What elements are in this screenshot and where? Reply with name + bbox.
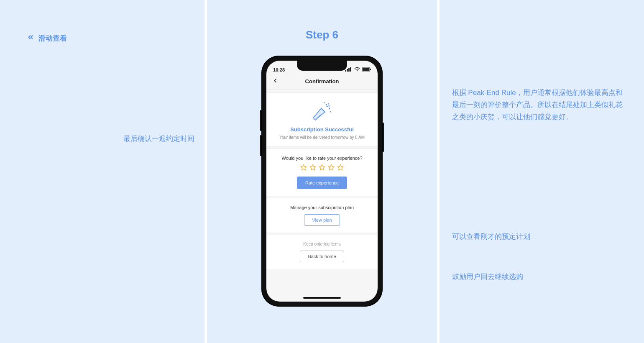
status-time: 10:28	[273, 67, 285, 72]
success-subtitle: Your items will be delivered tomorrow by…	[279, 135, 365, 140]
app-topbar: Confirmation	[266, 73, 378, 90]
phone-frame: 10:28	[261, 56, 383, 307]
keep-ordering-card: Keep ordering items Back to home	[266, 235, 378, 269]
rate-card: Would you like to rate your experience? …	[266, 148, 378, 196]
back-button[interactable]	[272, 78, 278, 85]
keep-ordering-label: Keep ordering items	[303, 242, 341, 246]
svg-rect-0	[345, 70, 346, 72]
svg-rect-13	[330, 111, 331, 113]
wifi-icon	[354, 67, 360, 72]
svg-marker-18	[337, 164, 343, 170]
left-panel: 滑动查看 最后确认一遍约定时间	[0, 0, 204, 343]
screen-title: Confirmation	[305, 78, 339, 84]
home-indicator	[303, 297, 341, 299]
svg-rect-6	[363, 68, 369, 71]
status-indicators	[345, 67, 371, 72]
battery-icon	[362, 67, 371, 72]
chevrons-left-icon	[27, 33, 34, 43]
svg-rect-3	[350, 67, 351, 72]
manage-card: Manage your subsciprition plan View plan	[266, 198, 378, 233]
center-panel: Step 6 10:28	[207, 0, 437, 343]
svg-rect-12	[327, 103, 329, 105]
annotation-back-home: 鼓励用户回去继续选购	[452, 271, 523, 283]
manage-title: Manage your subsciprition plan	[290, 205, 354, 210]
svg-marker-14	[301, 164, 306, 170]
svg-rect-7	[370, 69, 371, 70]
phone-screen: 10:28	[266, 61, 378, 302]
svg-rect-1	[347, 69, 348, 72]
rate-experience-button[interactable]: Rate experience	[297, 177, 347, 189]
svg-point-11	[324, 102, 325, 103]
right-panel: 根据 Peak-End Rule，用户通常根据他们体验最高点和最后一刻的评价整个…	[440, 0, 644, 343]
svg-point-9	[326, 104, 327, 106]
svg-point-4	[357, 70, 358, 71]
rating-stars[interactable]	[300, 164, 344, 171]
swipe-hint: 滑动查看	[27, 33, 192, 43]
back-to-home-button[interactable]: Back to home	[300, 251, 344, 262]
rate-question: Would you like to rate your experience?	[282, 156, 363, 161]
signal-icon	[345, 67, 353, 72]
confetti-icon	[310, 100, 334, 123]
annotation-peak-end: 根据 Peak-End Rule，用户通常根据他们体验最高点和最后一刻的评价整个…	[452, 87, 628, 123]
annotation-left-delivery: 最后确认一遍约定时间	[123, 133, 194, 145]
svg-marker-15	[310, 164, 315, 170]
svg-rect-2	[348, 68, 350, 72]
svg-marker-16	[319, 164, 325, 170]
swipe-label: 滑动查看	[38, 33, 67, 43]
step-title: Step 6	[306, 28, 338, 41]
svg-point-10	[329, 108, 330, 109]
success-card: Subscription Successful Your items will …	[266, 92, 378, 147]
svg-marker-17	[328, 164, 334, 170]
success-title: Subscription Successful	[290, 126, 354, 133]
annotation-view-plan: 可以查看刚才的预定计划	[452, 231, 530, 243]
view-plan-button[interactable]: View plan	[304, 214, 340, 226]
notch	[297, 61, 347, 71]
keep-ordering-separator: Keep ordering items	[271, 242, 373, 246]
